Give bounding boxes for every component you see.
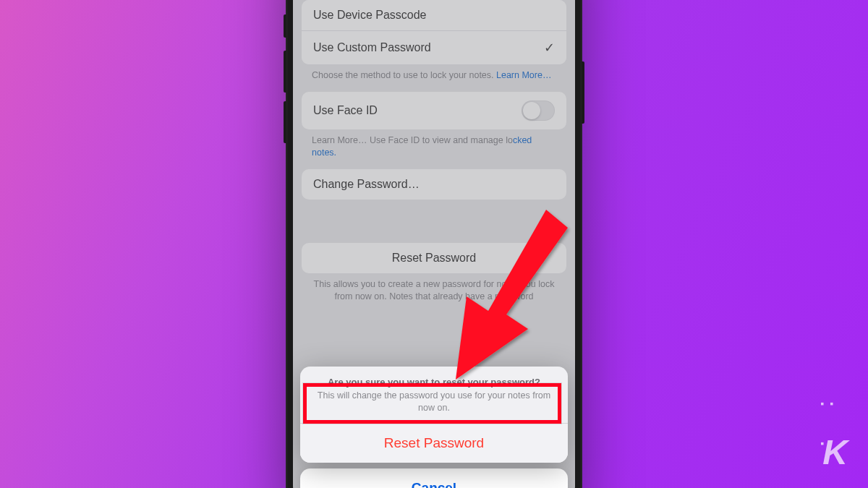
reset-password-row[interactable]: Reset Password <box>302 243 566 273</box>
volume-up-button <box>284 51 286 93</box>
checkmark-icon: ✓ <box>544 40 555 56</box>
use-custom-password-label: Use Custom Password <box>313 41 431 54</box>
use-device-passcode-label: Use Device Passcode <box>313 9 427 22</box>
watermark-logo: ▪ ▪▪K <box>817 393 846 472</box>
lock-method-footnote: Choose the method to use to lock your no… <box>293 64 575 92</box>
action-sheet: Are you sure you want to reset your pass… <box>300 367 568 488</box>
phone-screen: Use Device Passcode Use Custom Password … <box>293 0 575 488</box>
action-sheet-subtitle: This will change the password you use fo… <box>315 390 553 414</box>
reset-password-button[interactable]: Reset Password <box>300 424 568 463</box>
change-password-row[interactable]: Change Password… <box>302 169 566 200</box>
action-sheet-title: Are you sure you want to reset your pass… <box>315 377 553 388</box>
phone-frame: Use Device Passcode Use Custom Password … <box>286 0 582 488</box>
use-custom-password-row[interactable]: Use Custom Password ✓ <box>302 31 566 64</box>
reset-password-label: Reset Password <box>392 252 477 265</box>
face-id-footnote: Learn More… Use Face ID to view and mana… <box>293 129 575 169</box>
side-button <box>582 61 584 124</box>
reset-footnote: This allows you to create a new password… <box>293 273 575 313</box>
face-id-toggle[interactable] <box>522 100 555 121</box>
learn-more-link[interactable]: Learn More… <box>496 70 551 80</box>
silence-switch <box>284 14 286 38</box>
cancel-button[interactable]: Cancel <box>300 468 568 488</box>
action-sheet-header: Are you sure you want to reset your pass… <box>300 367 568 424</box>
use-face-id-label: Use Face ID <box>313 104 378 117</box>
volume-down-button <box>284 101 286 143</box>
use-face-id-row[interactable]: Use Face ID <box>302 92 566 129</box>
notes-password-settings: Use Device Passcode Use Custom Password … <box>293 0 575 312</box>
change-password-label: Change Password… <box>313 178 420 191</box>
use-device-passcode-row[interactable]: Use Device Passcode <box>302 0 566 31</box>
